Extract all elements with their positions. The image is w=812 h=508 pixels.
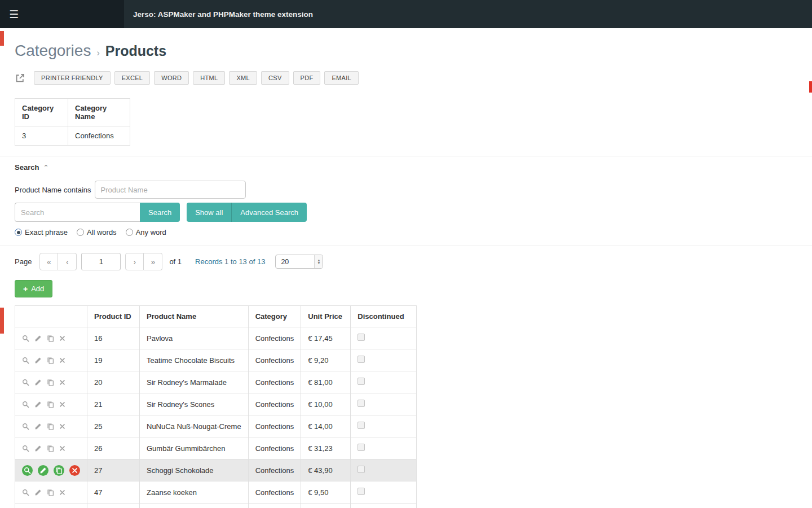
stepper-icon[interactable]: ▲▼ [314, 255, 323, 268]
view-icon[interactable] [22, 423, 29, 430]
last-page-button[interactable]: » [144, 253, 162, 270]
unit-price-cell: € 9,20 [301, 349, 351, 371]
products-table: Product IDProduct NameCategoryUnit Price… [15, 305, 417, 508]
radio-icon [77, 229, 84, 236]
view-icon[interactable] [22, 379, 29, 386]
discontinued-checkbox[interactable] [358, 334, 365, 341]
table-row: 47Zaanse koekenConfections€ 9,50 [15, 481, 417, 503]
product-name-input[interactable] [95, 181, 246, 199]
breadcrumb-separator: › [96, 48, 99, 58]
search-button[interactable]: Search [140, 203, 180, 222]
discontinued-checkbox[interactable] [358, 444, 365, 451]
view-icon[interactable] [22, 445, 29, 452]
add-button[interactable]: + Add [15, 280, 52, 297]
delete-icon[interactable] [69, 465, 80, 476]
advanced-search-button[interactable]: Advanced Search [231, 203, 307, 222]
view-icon[interactable] [22, 465, 33, 476]
export-button-csv[interactable]: CSV [261, 71, 289, 85]
edit-icon[interactable] [34, 379, 42, 386]
copy-icon[interactable] [47, 335, 54, 342]
search-input[interactable] [15, 203, 140, 222]
column-header-category-id: Category ID [15, 99, 68, 126]
export-button-word[interactable]: WORD [154, 71, 189, 85]
prev-page-button[interactable]: ‹ [58, 253, 77, 270]
unit-price-cell: € 81,00 [301, 371, 351, 393]
product-name-cell: Sir Rodney's Scones [140, 393, 249, 415]
view-icon[interactable] [22, 335, 29, 342]
category-cell: Confections [248, 371, 301, 393]
breadcrumb-parent-link[interactable]: Categories [15, 42, 91, 60]
radio-all-words[interactable]: All words [77, 228, 117, 237]
theme-accent-bar [0, 308, 4, 334]
next-page-button[interactable]: › [125, 253, 144, 270]
delete-icon[interactable] [59, 489, 65, 496]
chevron-up-icon: ⌃ [43, 164, 48, 171]
products-table-body: 16PavlovaConfections€ 17,4519Teatime Cho… [15, 327, 417, 508]
edit-icon[interactable] [34, 357, 42, 364]
edit-icon[interactable] [34, 445, 42, 452]
current-page-input[interactable] [81, 253, 121, 270]
delete-icon[interactable] [59, 401, 65, 408]
show-all-button[interactable]: Show all [187, 203, 231, 222]
export-link-icon[interactable] [15, 73, 25, 84]
discontinued-checkbox[interactable] [358, 400, 365, 407]
export-button-email[interactable]: EMAIL [324, 71, 359, 85]
discontinued-checkbox[interactable] [358, 466, 365, 473]
radio-exact-phrase[interactable]: Exact phrase [15, 228, 68, 237]
export-button-pdf[interactable]: PDF [293, 71, 321, 85]
copy-icon[interactable] [47, 357, 54, 364]
view-icon[interactable] [22, 357, 29, 364]
edit-icon[interactable] [34, 489, 42, 496]
export-button-html[interactable]: HTML [193, 71, 225, 85]
edit-icon[interactable] [34, 401, 42, 408]
search-panel-toggle[interactable]: Search ⌃ [15, 163, 797, 172]
product-name-cell: Pavlova [140, 327, 249, 349]
category-cell: Confections [248, 459, 301, 481]
product-name-cell: Teatime Chocolate Biscuits [140, 349, 249, 371]
product-id-cell: 25 [87, 415, 140, 437]
category-cell: Confections [248, 393, 301, 415]
copy-icon[interactable] [54, 465, 64, 476]
radio-any-word[interactable]: Any word [126, 228, 166, 237]
export-button-printer-friendly[interactable]: PRINTER FRIENDLY [34, 71, 111, 85]
row-actions-cell [15, 393, 87, 415]
product-id-cell: 48 [87, 503, 140, 508]
theme-accent-bar [0, 31, 4, 46]
edit-icon[interactable] [34, 423, 42, 430]
view-icon[interactable] [22, 401, 29, 408]
edit-icon[interactable] [34, 335, 42, 342]
export-button-excel[interactable]: EXCEL [114, 71, 151, 85]
discontinued-checkbox[interactable] [358, 422, 365, 429]
product-name-cell: Zaanse koeken [140, 481, 249, 503]
export-button-xml[interactable]: XML [229, 71, 257, 85]
unit-price-cell: € 43,90 [301, 459, 351, 481]
delete-icon[interactable] [59, 379, 65, 386]
view-icon[interactable] [22, 489, 29, 496]
edit-icon[interactable] [38, 465, 48, 476]
copy-icon[interactable] [47, 445, 54, 452]
delete-icon[interactable] [59, 445, 65, 452]
section-divider [0, 156, 812, 156]
page-title: Products [105, 43, 166, 59]
unit-price-cell: € 31,23 [301, 437, 351, 459]
first-page-button[interactable]: « [39, 253, 58, 270]
product-name-cell: NuNuCa Nuß-Nougat-Creme [140, 415, 249, 437]
copy-icon[interactable] [47, 401, 54, 408]
export-toolbar: PRINTER FRIENDLYEXCELWORDHTMLXMLCSVPDFEM… [15, 71, 797, 85]
copy-icon[interactable] [47, 423, 54, 430]
hamburger-menu-icon[interactable]: ☰ [9, 9, 19, 20]
category-cell: Confections [248, 415, 301, 437]
page-size-value: 20 [281, 258, 289, 266]
page-size-select[interactable]: 20 ▲▼ [275, 255, 323, 269]
unit-price-cell: € 17,45 [301, 327, 351, 349]
discontinued-checkbox[interactable] [358, 488, 365, 495]
row-actions-cell [15, 371, 87, 393]
delete-icon[interactable] [59, 335, 65, 341]
copy-icon[interactable] [47, 379, 54, 386]
discontinued-checkbox[interactable] [358, 356, 365, 363]
discontinued-checkbox[interactable] [358, 378, 365, 385]
delete-icon[interactable] [59, 357, 65, 364]
delete-icon[interactable] [59, 423, 65, 430]
row-actions-cell [15, 503, 87, 508]
copy-icon[interactable] [47, 489, 54, 496]
